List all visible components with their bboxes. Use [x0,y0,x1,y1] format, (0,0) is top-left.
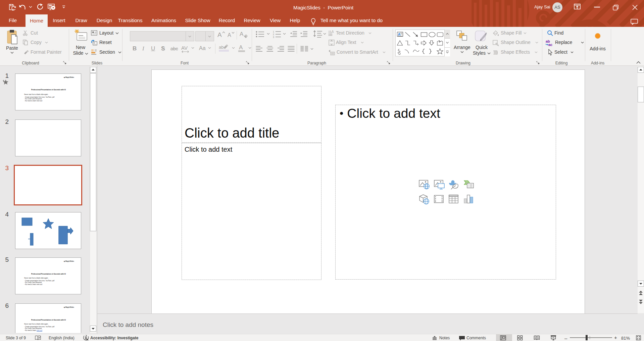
svg-text:3: 3 [273,36,274,38]
svg-text:A: A [398,32,401,36]
svg-text:2: 2 [273,33,274,36]
svg-text:ac: ac [548,43,552,46]
svg-text:A: A [332,30,334,34]
svg-text:1: 1 [273,31,274,33]
